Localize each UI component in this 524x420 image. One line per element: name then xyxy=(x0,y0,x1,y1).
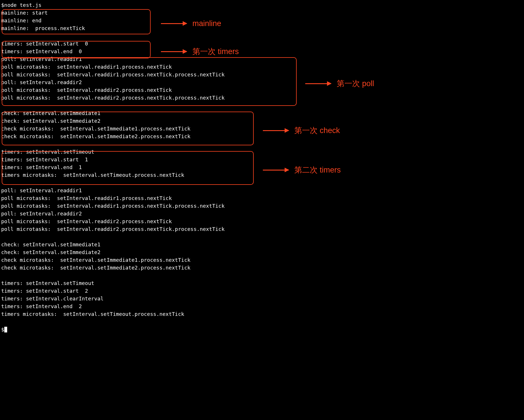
output-line: mainline: process.nextTick xyxy=(1,24,523,32)
annotation-timers2: 第二次 timers xyxy=(263,164,341,176)
annotation-check1: 第一次 check xyxy=(263,125,340,136)
output-line: poll microtasks: setInterval.readdir1.pr… xyxy=(1,71,523,78)
section-poll2: poll: setInterval.readdir1 poll microtas… xyxy=(1,187,523,233)
section-mainline: mainline: start mainline: end mainline: … xyxy=(1,9,523,32)
output-line: mainline: start xyxy=(1,9,523,17)
arrow-icon xyxy=(161,23,187,24)
output-line: check microtasks: setInterval.setImmedia… xyxy=(1,132,523,140)
section-timers2: timers: setInterval.setTimeout timers: s… xyxy=(1,148,523,179)
command-line: $node test.js xyxy=(1,1,523,9)
arrow-icon xyxy=(263,170,289,171)
output-line: poll microtasks: setInterval.readdir2.pr… xyxy=(1,94,523,102)
prompt-line: $ xyxy=(1,326,523,333)
section-timers1: timers: setInterval.start 0 timers: setI… xyxy=(1,40,523,55)
annotation-poll1: 第一次 poll xyxy=(305,78,374,90)
output-line: check microtasks: setInterval.setImmedia… xyxy=(1,125,523,132)
output-line: poll: setInterval.readdir2 xyxy=(1,210,523,217)
section-check2: check: setInterval.setImmediate1 check: … xyxy=(1,241,523,272)
output-line: timers: setInterval.setTimeout xyxy=(1,148,523,156)
output-line: poll microtasks: setInterval.readdir2.pr… xyxy=(1,225,523,233)
output-line: check microtasks: setInterval.setImmedia… xyxy=(1,264,523,272)
output-line: poll: setInterval.readdir1 xyxy=(1,55,523,63)
label-mainline: mainline xyxy=(192,18,221,29)
label-poll1: 第一次 poll xyxy=(337,78,374,90)
output-line: poll microtasks: setInterval.readdir1.pr… xyxy=(1,194,523,202)
output-line: timers microtasks: setInterval.setTimeou… xyxy=(1,171,523,179)
output-line: check: setInterval.setImmediate2 xyxy=(1,117,523,125)
output-line: timers microtasks: setInterval.setTimeou… xyxy=(1,310,523,318)
output-line: timers: setInterval.end 2 xyxy=(1,302,523,310)
output-line: poll microtasks: setInterval.readdir2.pr… xyxy=(1,217,523,225)
arrow-icon xyxy=(305,83,331,84)
output-line: check: setInterval.setImmediate2 xyxy=(1,248,523,256)
label-timers2: 第二次 timers xyxy=(294,164,341,176)
section-check1: check: setInterval.setImmediate1 check: … xyxy=(1,109,523,140)
output-line: check: setInterval.setImmediate1 xyxy=(1,241,523,248)
output-line: check microtasks: setInterval.setImmedia… xyxy=(1,256,523,264)
cursor-icon xyxy=(4,327,7,332)
annotation-timers1: 第一次 timers xyxy=(161,46,239,58)
output-line: timers: setInterval.start 2 xyxy=(1,287,523,295)
output-line: timers: setInterval.end 1 xyxy=(1,163,523,171)
output-line: timers: setInterval.end 0 xyxy=(1,47,523,55)
annotation-mainline: mainline xyxy=(161,18,221,29)
label-check1: 第一次 check xyxy=(294,125,340,136)
output-line: timers: setInterval.clearInterval xyxy=(1,295,523,302)
section-timers3: timers: setInterval.setTimeout timers: s… xyxy=(1,279,523,318)
arrow-icon xyxy=(263,130,289,131)
label-timers1: 第一次 timers xyxy=(192,46,239,58)
output-line: mainline: end xyxy=(1,17,523,24)
output-line: poll microtasks: setInterval.readdir1.pr… xyxy=(1,202,523,210)
output-line: timers: setInterval.setTimeout xyxy=(1,279,523,287)
output-line: timers: setInterval.start 0 xyxy=(1,40,523,47)
output-line: poll: setInterval.readdir2 xyxy=(1,78,523,86)
output-line: poll microtasks: setInterval.readdir1.pr… xyxy=(1,63,523,71)
output-line: timers: setInterval.start 1 xyxy=(1,156,523,163)
arrow-icon xyxy=(161,51,187,52)
prompt: $ xyxy=(1,326,4,332)
terminal-output: $node test.js mainline: start mainline: … xyxy=(1,1,523,333)
output-line: poll microtasks: setInterval.readdir2.pr… xyxy=(1,86,523,94)
output-line: poll: setInterval.readdir1 xyxy=(1,187,523,194)
output-line: check: setInterval.setImmediate1 xyxy=(1,109,523,117)
section-poll1: poll: setInterval.readdir1 poll microtas… xyxy=(1,55,523,102)
